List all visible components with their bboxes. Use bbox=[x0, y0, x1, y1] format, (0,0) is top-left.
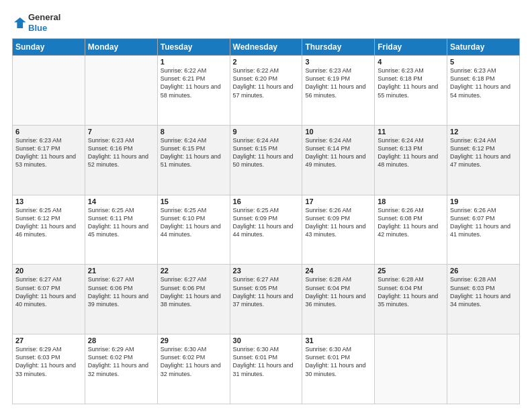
day-info: Sunrise: 6:28 AM Sunset: 6:04 PM Dayligh… bbox=[378, 275, 444, 308]
weekday-header-row: SundayMondayTuesdayWednesdayThursdayFrid… bbox=[13, 39, 520, 56]
day-number: 2 bbox=[233, 58, 300, 66]
day-cell: 13Sunrise: 6:25 AM Sunset: 6:12 PM Dayli… bbox=[13, 195, 85, 265]
day-cell: 23Sunrise: 6:27 AM Sunset: 6:05 PM Dayli… bbox=[230, 265, 302, 334]
day-number: 7 bbox=[88, 128, 154, 136]
day-cell: 27Sunrise: 6:29 AM Sunset: 6:03 PM Dayli… bbox=[13, 334, 85, 404]
week-row-1: 1Sunrise: 6:22 AM Sunset: 6:21 PM Daylig… bbox=[13, 56, 520, 126]
week-row-2: 6Sunrise: 6:23 AM Sunset: 6:17 PM Daylig… bbox=[13, 125, 520, 195]
day-cell: 12Sunrise: 6:24 AM Sunset: 6:12 PM Dayli… bbox=[447, 125, 520, 195]
day-info: Sunrise: 6:24 AM Sunset: 6:14 PM Dayligh… bbox=[305, 136, 371, 169]
day-number: 29 bbox=[161, 336, 227, 345]
day-info: Sunrise: 6:25 AM Sunset: 6:10 PM Dayligh… bbox=[161, 206, 227, 239]
day-info: Sunrise: 6:26 AM Sunset: 6:09 PM Dayligh… bbox=[305, 206, 371, 239]
weekday-header-sunday: Sunday bbox=[13, 39, 85, 56]
day-cell: 3Sunrise: 6:23 AM Sunset: 6:19 PM Daylig… bbox=[302, 56, 375, 126]
weekday-header-thursday: Thursday bbox=[302, 39, 375, 56]
day-info: Sunrise: 6:27 AM Sunset: 6:07 PM Dayligh… bbox=[15, 275, 82, 308]
header: General Blue bbox=[12, 12, 520, 33]
day-cell: 11Sunrise: 6:24 AM Sunset: 6:13 PM Dayli… bbox=[375, 125, 447, 195]
day-info: Sunrise: 6:23 AM Sunset: 6:17 PM Dayligh… bbox=[15, 136, 82, 169]
day-info: Sunrise: 6:24 AM Sunset: 6:15 PM Dayligh… bbox=[233, 136, 300, 169]
day-number: 23 bbox=[233, 267, 300, 275]
day-info: Sunrise: 6:27 AM Sunset: 6:06 PM Dayligh… bbox=[88, 275, 154, 308]
day-cell: 31Sunrise: 6:30 AM Sunset: 6:01 PM Dayli… bbox=[302, 334, 375, 404]
day-cell: 22Sunrise: 6:27 AM Sunset: 6:06 PM Dayli… bbox=[157, 265, 230, 334]
day-number: 6 bbox=[15, 128, 82, 136]
day-number: 12 bbox=[450, 128, 517, 136]
day-number: 24 bbox=[305, 267, 371, 275]
day-number: 14 bbox=[88, 197, 154, 205]
weekday-header-saturday: Saturday bbox=[447, 39, 520, 56]
weekday-header-wednesday: Wednesday bbox=[230, 39, 302, 56]
weekday-header-monday: Monday bbox=[85, 39, 157, 56]
day-info: Sunrise: 6:29 AM Sunset: 6:02 PM Dayligh… bbox=[88, 345, 154, 378]
day-info: Sunrise: 6:27 AM Sunset: 6:05 PM Dayligh… bbox=[233, 275, 300, 308]
day-number: 8 bbox=[161, 128, 227, 136]
day-cell: 26Sunrise: 6:28 AM Sunset: 6:03 PM Dayli… bbox=[447, 265, 520, 334]
day-info: Sunrise: 6:30 AM Sunset: 6:02 PM Dayligh… bbox=[161, 345, 227, 378]
day-info: Sunrise: 6:26 AM Sunset: 6:07 PM Dayligh… bbox=[450, 206, 517, 239]
day-number: 19 bbox=[450, 197, 517, 205]
day-info: Sunrise: 6:23 AM Sunset: 6:19 PM Dayligh… bbox=[305, 66, 371, 99]
svg-marker-0 bbox=[14, 17, 26, 28]
day-cell: 14Sunrise: 6:25 AM Sunset: 6:11 PM Dayli… bbox=[85, 195, 157, 265]
day-cell: 21Sunrise: 6:27 AM Sunset: 6:06 PM Dayli… bbox=[85, 265, 157, 334]
day-cell bbox=[13, 56, 85, 126]
day-info: Sunrise: 6:26 AM Sunset: 6:08 PM Dayligh… bbox=[378, 206, 444, 239]
day-info: Sunrise: 6:28 AM Sunset: 6:04 PM Dayligh… bbox=[305, 275, 371, 308]
day-info: Sunrise: 6:28 AM Sunset: 6:03 PM Dayligh… bbox=[450, 275, 517, 308]
day-number: 25 bbox=[378, 267, 444, 275]
day-number: 20 bbox=[15, 267, 82, 275]
day-number: 15 bbox=[161, 197, 227, 205]
day-info: Sunrise: 6:29 AM Sunset: 6:03 PM Dayligh… bbox=[15, 345, 82, 378]
day-number: 10 bbox=[305, 128, 371, 136]
day-number: 1 bbox=[161, 58, 227, 66]
day-number: 31 bbox=[305, 336, 371, 345]
weekday-header-friday: Friday bbox=[375, 39, 447, 56]
logo-text: General Blue bbox=[28, 12, 60, 33]
day-number: 28 bbox=[88, 336, 154, 345]
day-cell: 19Sunrise: 6:26 AM Sunset: 6:07 PM Dayli… bbox=[447, 195, 520, 265]
day-cell bbox=[85, 56, 157, 126]
day-cell: 17Sunrise: 6:26 AM Sunset: 6:09 PM Dayli… bbox=[302, 195, 375, 265]
calendar-table: SundayMondayTuesdayWednesdayThursdayFrid… bbox=[12, 38, 520, 404]
day-number: 21 bbox=[88, 267, 154, 275]
day-number: 18 bbox=[378, 197, 444, 205]
day-cell: 28Sunrise: 6:29 AM Sunset: 6:02 PM Dayli… bbox=[85, 334, 157, 404]
logo: General Blue bbox=[12, 12, 60, 33]
day-cell: 4Sunrise: 6:23 AM Sunset: 6:18 PM Daylig… bbox=[375, 56, 447, 126]
week-row-3: 13Sunrise: 6:25 AM Sunset: 6:12 PM Dayli… bbox=[13, 195, 520, 265]
day-cell: 6Sunrise: 6:23 AM Sunset: 6:17 PM Daylig… bbox=[13, 125, 85, 195]
day-info: Sunrise: 6:30 AM Sunset: 6:01 PM Dayligh… bbox=[305, 345, 371, 378]
day-cell: 7Sunrise: 6:23 AM Sunset: 6:16 PM Daylig… bbox=[85, 125, 157, 195]
day-info: Sunrise: 6:24 AM Sunset: 6:12 PM Dayligh… bbox=[450, 136, 517, 169]
day-info: Sunrise: 6:30 AM Sunset: 6:01 PM Dayligh… bbox=[233, 345, 300, 378]
calendar-page: General Blue SundayMondayTuesdayWednesda… bbox=[0, 0, 532, 411]
day-info: Sunrise: 6:23 AM Sunset: 6:18 PM Dayligh… bbox=[450, 66, 517, 99]
day-info: Sunrise: 6:22 AM Sunset: 6:20 PM Dayligh… bbox=[233, 66, 300, 99]
day-cell: 29Sunrise: 6:30 AM Sunset: 6:02 PM Dayli… bbox=[157, 334, 230, 404]
logo-icon bbox=[12, 15, 27, 30]
day-info: Sunrise: 6:24 AM Sunset: 6:15 PM Dayligh… bbox=[161, 136, 227, 169]
day-cell: 2Sunrise: 6:22 AM Sunset: 6:20 PM Daylig… bbox=[230, 56, 302, 126]
day-info: Sunrise: 6:23 AM Sunset: 6:16 PM Dayligh… bbox=[88, 136, 154, 169]
day-number: 9 bbox=[233, 128, 300, 136]
day-cell: 5Sunrise: 6:23 AM Sunset: 6:18 PM Daylig… bbox=[447, 56, 520, 126]
day-cell: 25Sunrise: 6:28 AM Sunset: 6:04 PM Dayli… bbox=[375, 265, 447, 334]
week-row-5: 27Sunrise: 6:29 AM Sunset: 6:03 PM Dayli… bbox=[13, 334, 520, 404]
day-number: 17 bbox=[305, 197, 371, 205]
day-cell: 18Sunrise: 6:26 AM Sunset: 6:08 PM Dayli… bbox=[375, 195, 447, 265]
day-cell bbox=[447, 334, 520, 404]
day-info: Sunrise: 6:27 AM Sunset: 6:06 PM Dayligh… bbox=[161, 275, 227, 308]
day-cell bbox=[375, 334, 447, 404]
day-cell: 9Sunrise: 6:24 AM Sunset: 6:15 PM Daylig… bbox=[230, 125, 302, 195]
day-cell: 10Sunrise: 6:24 AM Sunset: 6:14 PM Dayli… bbox=[302, 125, 375, 195]
day-number: 11 bbox=[378, 128, 444, 136]
day-cell: 15Sunrise: 6:25 AM Sunset: 6:10 PM Dayli… bbox=[157, 195, 230, 265]
day-info: Sunrise: 6:25 AM Sunset: 6:12 PM Dayligh… bbox=[15, 206, 82, 239]
day-cell: 24Sunrise: 6:28 AM Sunset: 6:04 PM Dayli… bbox=[302, 265, 375, 334]
day-info: Sunrise: 6:25 AM Sunset: 6:11 PM Dayligh… bbox=[88, 206, 154, 239]
week-row-4: 20Sunrise: 6:27 AM Sunset: 6:07 PM Dayli… bbox=[13, 265, 520, 334]
day-number: 27 bbox=[15, 336, 82, 345]
day-number: 30 bbox=[233, 336, 300, 345]
